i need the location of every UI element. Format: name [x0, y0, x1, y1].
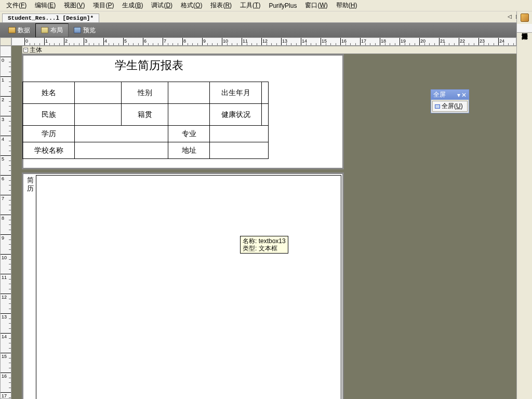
menu-f[interactable]: 文件(F) [2, 0, 31, 11]
tab-preview-label: 预览 [83, 26, 96, 35]
cell-native-value[interactable] [168, 104, 210, 126]
cell-name-label[interactable]: 姓名 [23, 82, 75, 104]
resume-label-textbox[interactable]: 简历 [25, 176, 35, 193]
cell-major-value[interactable] [210, 126, 269, 142]
cell-edu-value[interactable] [75, 126, 168, 142]
menu-purifyplus[interactable]: PurifyPlus [264, 1, 301, 10]
layout-icon [41, 27, 48, 33]
menu-o[interactable]: 格式(O) [177, 0, 206, 11]
menu-t[interactable]: 工具(T) [236, 0, 264, 11]
vertical-ruler[interactable]: 0123456789101112131415161718 [0, 46, 11, 399]
menu-e[interactable]: 编辑(E) [31, 0, 60, 11]
document-tab[interactable]: Student_Res...l [Design]* [2, 14, 99, 22]
panel-dropdown-icon[interactable]: ▾ [457, 91, 460, 99]
section-band-label: 主体 [30, 46, 42, 55]
menu-v[interactable]: 视图(V) [60, 0, 89, 11]
view-toolbar: 数据 布局 预览 [0, 23, 532, 37]
cell-native-label[interactable]: 籍贯 [122, 104, 168, 126]
fullscreen-panel[interactable]: 全屏 ▾ ✕ 全屏(U) [431, 89, 469, 113]
tab-layout-label: 布局 [50, 26, 63, 35]
solution-explorer-tab[interactable]: 解决方案资源管理器 [517, 24, 532, 33]
document-tabbar: Student_Res...l [Design]* ◁ ▷ ✕ [0, 11, 532, 23]
tab-preview[interactable]: 预览 [69, 24, 101, 37]
fullscreen-panel-body: 全屏(U) [431, 100, 469, 113]
cell-school-label[interactable]: 学校名称 [23, 142, 75, 159]
cell-address-value[interactable] [210, 142, 269, 159]
report-resume-section[interactable]: 简历 [22, 172, 344, 399]
cell-edu-label[interactable]: 学历 [23, 126, 75, 142]
fullscreen-button-label: 全屏(U) [442, 102, 463, 111]
solution-explorer-icon [521, 14, 529, 22]
element-tooltip: 名称: textbox13 类型: 文本框 [240, 236, 288, 254]
horizontal-ruler[interactable]: 0123456789101112131415161718192021222324… [11, 37, 516, 46]
report-body-section[interactable]: 学生简历报表 姓名 性别 出生年月 民族 籍贯 健康状况 [22, 54, 344, 169]
resume-content-textbox[interactable] [36, 175, 341, 399]
fullscreen-panel-titlebar[interactable]: 全屏 ▾ ✕ [431, 90, 469, 100]
cell-ethnic-value[interactable] [75, 104, 122, 126]
solution-explorer-panel[interactable]: 解决方案资源管理器 [516, 11, 532, 399]
cell-health-value[interactable] [262, 104, 269, 126]
cell-gender-value[interactable] [168, 82, 210, 104]
menu-b[interactable]: 生成(B) [118, 0, 147, 11]
tab-data[interactable]: 数据 [3, 24, 35, 37]
cell-ethnic-label[interactable]: 民族 [23, 104, 75, 126]
cell-name-value[interactable] [75, 82, 122, 104]
cell-address-label[interactable]: 地址 [168, 142, 210, 159]
menubar: 文件(F)编辑(E)视图(V)项目(P)生成(B)调试(D)格式(O)报表(R)… [0, 0, 532, 11]
fullscreen-button[interactable]: 全屏(U) [432, 101, 468, 112]
cell-birth-label[interactable]: 出生年月 [210, 82, 262, 104]
collapse-icon[interactable]: − [23, 48, 28, 52]
cell-gender-label[interactable]: 性别 [122, 82, 168, 104]
report-table[interactable]: 姓名 性别 出生年月 民族 籍贯 健康状况 学历 [22, 82, 269, 159]
preview-icon [74, 27, 81, 33]
data-icon [8, 27, 16, 33]
ruler-corner [0, 37, 11, 46]
panel-close-icon[interactable]: ✕ [461, 91, 467, 99]
tab-prev-icon[interactable]: ◁ [506, 12, 513, 20]
report-title-textbox[interactable]: 学生简历报表 [92, 57, 206, 74]
menu-d[interactable]: 调试(D) [147, 0, 177, 11]
menu-r[interactable]: 报表(R) [206, 0, 236, 11]
cell-birth-value[interactable] [262, 82, 269, 104]
menu-h[interactable]: 帮助(H) [332, 0, 362, 11]
fullscreen-icon [435, 104, 440, 109]
tab-data-label: 数据 [18, 26, 30, 35]
cell-major-label[interactable]: 专业 [168, 126, 210, 142]
cell-health-label[interactable]: 健康状况 [210, 104, 262, 126]
band-gutter [11, 46, 21, 399]
cell-school-value[interactable] [75, 142, 168, 159]
tab-layout[interactable]: 布局 [35, 23, 69, 37]
menu-w[interactable]: 窗口(W) [301, 0, 331, 11]
tooltip-line-name: 名称: textbox13 [243, 237, 286, 245]
menu-p[interactable]: 项目(P) [89, 0, 118, 11]
tooltip-line-type: 类型: 文本框 [243, 245, 286, 252]
section-band-header[interactable]: − 主体 [22, 46, 516, 54]
fullscreen-panel-title: 全屏 [433, 90, 446, 99]
